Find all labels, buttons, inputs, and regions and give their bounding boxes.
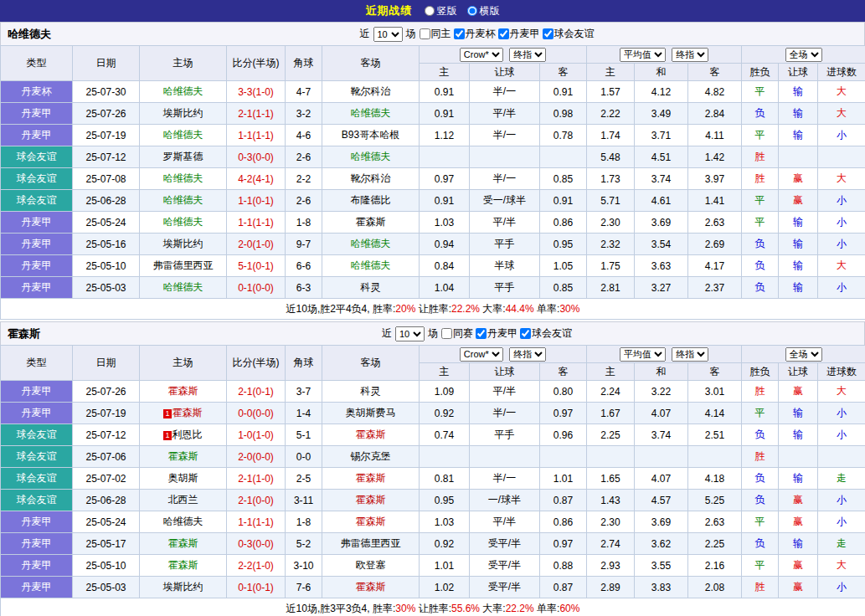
filter-checkbox[interactable] (520, 328, 531, 339)
odds-company-select[interactable]: Crow* (460, 48, 503, 62)
match-score: 0-1(0-1) (227, 577, 286, 598)
summary-stat-value: 55.6% (451, 603, 480, 614)
match-row: 球会友谊25-07-06霍森斯2-0(0-0)0-0锡尔克堡胜 (1, 446, 865, 468)
result-goals: 小 (818, 424, 865, 446)
col-avg-home: 主 (587, 64, 635, 81)
scope-select[interactable]: 全场 (785, 347, 822, 362)
result-handicap: 赢 (779, 555, 818, 577)
avg-away: 4.82 (688, 81, 742, 103)
match-score: 1-1(1-1) (227, 212, 286, 234)
odds-home: 0.92 (420, 403, 470, 424)
odds-handicap: 平手 (470, 424, 540, 446)
avg-company-select[interactable]: 平均值 (620, 48, 666, 62)
result-outcome: 平 (742, 190, 779, 212)
filter-同赛[interactable]: 同赛 (441, 326, 473, 341)
away-team-cell: 科灵 (322, 381, 420, 403)
result-outcome: 平 (742, 555, 779, 577)
corner-score: 3-11 (286, 490, 322, 511)
odds-handicap: 半/一 (470, 168, 540, 190)
horizontal-radio[interactable] (467, 6, 477, 16)
view-option-horizontal[interactable]: 横版 (467, 4, 500, 18)
filter-checkbox[interactable] (420, 28, 430, 39)
match-date: 25-07-19 (73, 125, 140, 146)
match-type: 球会友谊 (1, 424, 73, 446)
col-home: 主场 (140, 46, 227, 81)
avg-draw (635, 446, 688, 468)
result-handicap: 输 (779, 277, 818, 299)
match-count-select[interactable]: 10 (395, 326, 425, 341)
match-type: 丹麦甲 (1, 511, 73, 533)
result-handicap: 输 (779, 424, 818, 446)
away-team-name: 霍森斯 (356, 216, 386, 228)
summary-stat-label: 单率: (534, 603, 560, 614)
away-team-cell: 哈维德夫 (322, 103, 420, 125)
result-handicap: 赢 (779, 168, 818, 190)
result-goals: 小 (818, 511, 865, 533)
match-score: 2-1(0-0) (227, 490, 286, 511)
corner-score: 2-5 (286, 468, 322, 490)
scope-select[interactable]: 全场 (785, 48, 822, 62)
home-team-cell: 1霍森斯 (140, 403, 227, 424)
col-handicap-result: 让球 (779, 363, 818, 381)
avg-company-select[interactable]: 平均值 (620, 347, 666, 362)
result-outcome: 胜 (742, 577, 779, 598)
match-date: 25-06-28 (73, 190, 140, 212)
col-home: 主场 (140, 346, 227, 381)
home-team-cell: 埃斯比约 (140, 577, 227, 598)
corner-score: 3-10 (286, 555, 322, 577)
home-team-name: 弗雷德里西亚 (153, 259, 214, 271)
corner-score: 5-2 (286, 533, 322, 555)
filter-checkbox[interactable] (498, 28, 509, 39)
avg-away: 2.16 (688, 555, 742, 577)
filter-球会友谊[interactable]: 球会友谊 (520, 326, 572, 341)
odds-company-select[interactable]: Crow* (460, 347, 503, 362)
vertical-radio[interactable] (425, 6, 435, 16)
match-type: 球会友谊 (1, 146, 73, 168)
away-team-name: 霍森斯 (356, 472, 386, 484)
filter-label: 同主 (431, 27, 451, 41)
recent-results-page: 近期战绩 竖版 横版 哈维德夫 近 10 场 同主丹麦杯丹麦甲球会友谊 (0, 0, 865, 616)
filter-同主[interactable]: 同主 (420, 27, 451, 41)
view-option-vertical[interactable]: 竖版 (425, 4, 457, 18)
filter-丹麦甲[interactable]: 丹麦甲 (476, 326, 517, 341)
odds-handicap (470, 146, 540, 168)
away-team-cell: 科灵 (322, 277, 420, 299)
odds-stage-select[interactable]: 终指 (509, 48, 546, 62)
avg-draw: 3.71 (635, 125, 688, 146)
avg-home: 2.74 (587, 533, 635, 555)
match-row: 球会友谊25-07-02奥胡斯2-1(1-0)2-5霍森斯0.81半/一1.01… (1, 468, 865, 490)
home-team-cell: 罗斯基德 (140, 146, 227, 168)
away-team-name: 霍森斯 (356, 494, 386, 506)
result-goals: 大 (818, 81, 865, 103)
odds-stage-select[interactable]: 终指 (509, 347, 546, 362)
match-score: 2-1(1-0) (227, 468, 286, 490)
filter-球会友谊[interactable]: 球会友谊 (543, 27, 595, 41)
filter-checkbox[interactable] (441, 328, 452, 339)
corner-score: 4-6 (286, 125, 322, 146)
filter-丹麦甲[interactable]: 丹麦甲 (498, 27, 540, 41)
summary-stat-label: 让胜率: (415, 303, 451, 315)
match-type: 丹麦甲 (1, 277, 73, 299)
away-team-cell: 哈维德夫 (322, 146, 420, 168)
avg-draw: 3.74 (635, 168, 688, 190)
filter-checkbox[interactable] (543, 28, 553, 39)
filter-丹麦杯[interactable]: 丹麦杯 (454, 27, 496, 41)
avg-away: 4.11 (688, 125, 742, 146)
match-count-select[interactable]: 10 (373, 27, 403, 42)
team-name: 哈维德夫 (1, 27, 165, 42)
col-odds-home: 主 (420, 363, 470, 381)
filter-checkbox[interactable] (476, 328, 487, 339)
summary-row: 近10场,胜3平3负4, 胜率:30% 让胜率:55.6% 大率:22.2% 单… (1, 598, 865, 616)
avg-draw: 4.51 (635, 146, 688, 168)
match-row: 球会友谊25-07-121利恩比1-0(1-0)5-1霍森斯0.74平手0.96… (1, 424, 865, 446)
competition-filters: 同赛丹麦甲球会友谊 (441, 326, 572, 341)
odds-handicap: 平/半 (470, 103, 540, 125)
horizontal-radio-label: 横版 (480, 4, 500, 18)
odds-handicap: 半/一 (470, 403, 540, 424)
odds-home: 1.04 (420, 277, 470, 299)
odds-away: 0.95 (540, 234, 587, 255)
result-goals: 走 (818, 533, 865, 555)
avg-stage-select[interactable]: 终指 (672, 48, 708, 62)
filter-checkbox[interactable] (454, 28, 465, 39)
avg-stage-select[interactable]: 终指 (672, 347, 708, 362)
